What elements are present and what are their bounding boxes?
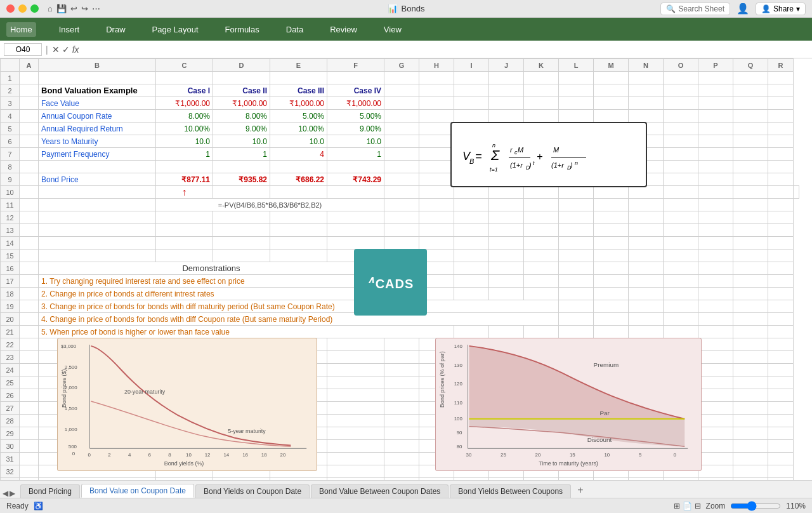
sheet-next-icon[interactable]: ▶ <box>10 489 15 498</box>
tab-bond-value-coupon[interactable]: Bond Value on Coupon Date <box>81 484 194 498</box>
freq-c4[interactable]: 1 <box>327 148 384 161</box>
case3-header[interactable]: Case III <box>270 84 327 97</box>
undo-icon[interactable]: ↩ <box>70 4 77 13</box>
home-icon[interactable]: ⌂ <box>48 4 53 13</box>
bond-price-c2[interactable]: ₹935.82 <box>213 173 270 186</box>
tab-bond-yields-coupon[interactable]: Bond Yields on Coupon Date <box>195 484 310 498</box>
tab-data[interactable]: Data <box>282 22 307 37</box>
page-layout-icon[interactable]: 📄 <box>683 502 692 510</box>
cancel-formula-icon[interactable]: ✕ <box>52 44 60 55</box>
years-c4[interactable]: 10.0 <box>327 135 384 148</box>
demo-item-3[interactable]: 3. Change in price of bonds for bonds wi… <box>39 300 559 313</box>
tab-bond-pricing[interactable]: Bond Pricing <box>20 484 80 498</box>
coupon-rate-label[interactable]: Annual Coupon Rate <box>39 110 156 123</box>
req-return-c1[interactable]: 10.00% <box>156 123 213 135</box>
col-F[interactable]: F <box>327 59 384 72</box>
coupon-rate-c2[interactable]: 8.00% <box>213 110 270 123</box>
col-M[interactable]: M <box>594 59 629 72</box>
col-B[interactable]: B <box>39 59 156 72</box>
col-O[interactable]: O <box>664 59 698 72</box>
tab-review[interactable]: Review <box>326 22 361 37</box>
maximize-button[interactable] <box>30 4 39 13</box>
payment-freq-label[interactable]: Payment Frequency <box>39 148 156 161</box>
bond-price-label[interactable]: Bond Price <box>39 173 156 186</box>
cell-reference[interactable] <box>4 43 42 56</box>
col-P[interactable]: P <box>698 59 733 72</box>
confirm-formula-icon[interactable]: ✓ <box>62 44 70 55</box>
share-button[interactable]: 👤 Share ▾ <box>756 3 806 15</box>
search-sheet[interactable]: 🔍 Search Sheet <box>660 3 730 15</box>
tab-draw[interactable]: Draw <box>102 22 129 37</box>
col-H[interactable]: H <box>419 59 454 72</box>
freq-c3[interactable]: 4 <box>270 148 327 161</box>
demo-item-5[interactable]: 5. When price of bond is higher or lower… <box>39 326 454 338</box>
col-D[interactable]: D <box>213 59 270 72</box>
col-J[interactable]: J <box>489 59 524 72</box>
user-icon: 👤 <box>737 3 749 15</box>
spreadsheet[interactable]: A B C D E F G H I J K L M N O P Q <box>0 58 812 480</box>
years-c2[interactable]: 10.0 <box>213 135 270 148</box>
face-value-label[interactable]: Face Value <box>39 97 156 110</box>
col-Q[interactable]: Q <box>733 59 768 72</box>
tab-home[interactable]: Home <box>6 22 36 37</box>
req-return-c3[interactable]: 10.00% <box>270 123 327 135</box>
formula-icons: ✕ ✓ fx <box>52 44 79 55</box>
demo-item-1[interactable]: 1. Try changing required interest rate a… <box>39 275 454 288</box>
tab-insert[interactable]: Insert <box>55 22 84 37</box>
case2-header[interactable]: Case II <box>213 84 270 97</box>
col-R[interactable]: R <box>768 59 794 72</box>
req-return-c4[interactable]: 9.00% <box>327 123 384 135</box>
close-button[interactable] <box>6 4 15 13</box>
window-controls[interactable]: ⌂ 💾 ↩ ↪ ⋯ <box>6 4 100 13</box>
more-icon[interactable]: ⋯ <box>92 4 100 13</box>
col-N[interactable]: N <box>629 59 664 72</box>
formula-display-cell[interactable]: =-PV(B4/B6,B5*B6,B3/B6*B2,B2) <box>156 199 384 211</box>
freq-c2[interactable]: 1 <box>213 148 270 161</box>
case4-header[interactable]: Case IV <box>327 84 384 97</box>
case1-header[interactable]: Case I <box>156 84 213 97</box>
sheet-nav-arrows[interactable]: ◀ ▶ <box>3 489 19 498</box>
minimize-button[interactable] <box>18 4 27 13</box>
face-value-c1[interactable]: ₹1,000.00 <box>156 97 213 110</box>
freq-c1[interactable]: 1 <box>156 148 213 161</box>
zoom-slider[interactable] <box>730 501 781 511</box>
coupon-rate-c3[interactable]: 5.00% <box>270 110 327 123</box>
col-I[interactable]: I <box>454 59 489 72</box>
bond-valuation-header[interactable]: Bond Valuation Example <box>39 84 156 97</box>
coupon-rate-c1[interactable]: 8.00% <box>156 110 213 123</box>
tab-page-layout[interactable]: Page Layout <box>148 22 202 37</box>
tab-bond-yields-between[interactable]: Bond Yields Between Coupons <box>450 484 571 498</box>
tab-view[interactable]: View <box>380 22 405 37</box>
coupon-rate-c4[interactable]: 5.00% <box>327 110 384 123</box>
bond-price-c4[interactable]: ₹743.29 <box>327 173 384 186</box>
demo-item-2[interactable]: 2. Change in price of bonds at different… <box>39 288 454 300</box>
tab-bond-value-between[interactable]: Bond Value Between Coupon Dates <box>311 484 449 498</box>
col-E[interactable]: E <box>270 59 327 72</box>
face-value-c2[interactable]: ₹1,000.00 <box>213 97 270 110</box>
normal-view-icon[interactable]: ⊞ <box>674 502 680 510</box>
years-c1[interactable]: 10.0 <box>156 135 213 148</box>
col-K[interactable]: K <box>524 59 559 72</box>
col-C[interactable]: C <box>156 59 213 72</box>
bond-price-c3[interactable]: ₹686.22 <box>270 173 327 186</box>
tab-formulas[interactable]: Formulas <box>221 22 263 37</box>
req-return-label[interactable]: Annual Required Return <box>39 123 156 135</box>
req-return-c2[interactable]: 9.00% <box>213 123 270 135</box>
sheet-prev-icon[interactable]: ◀ <box>3 489 8 498</box>
demonstrations-header[interactable]: Demonstrations <box>39 262 384 275</box>
demo-item-4[interactable]: 4. Change in price of bonds for bonds wi… <box>39 313 559 326</box>
add-sheet-button[interactable]: + <box>572 483 588 498</box>
years-maturity-label[interactable]: Years to Maturity <box>39 135 156 148</box>
col-G[interactable]: G <box>384 59 419 72</box>
face-value-c4[interactable]: ₹1,000.00 <box>327 97 384 110</box>
face-value-c3[interactable]: ₹1,000.00 <box>270 97 327 110</box>
bond-price-c1[interactable]: ₹877.11 <box>156 173 213 186</box>
col-A[interactable]: A <box>20 59 39 72</box>
save-icon[interactable]: 💾 <box>56 4 67 13</box>
table-row: 20 4. Change in price of bonds for bonds… <box>1 313 799 326</box>
redo-icon[interactable]: ↪ <box>81 4 88 13</box>
col-L[interactable]: L <box>559 59 594 72</box>
years-c3[interactable]: 10.0 <box>270 135 327 148</box>
page-break-icon[interactable]: ⊟ <box>695 502 701 510</box>
formula-input[interactable] <box>83 44 808 54</box>
